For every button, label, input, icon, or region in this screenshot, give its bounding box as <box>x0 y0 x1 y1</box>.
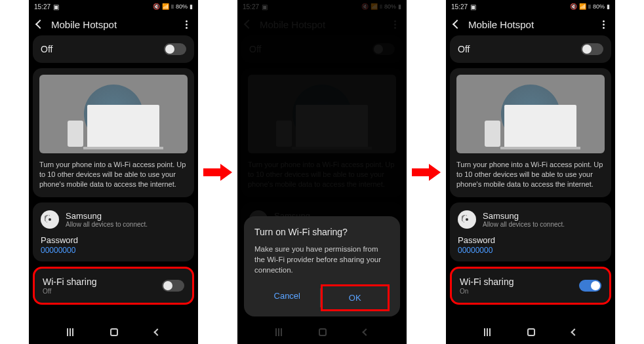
back-icon[interactable] <box>35 20 45 29</box>
nav-home-icon[interactable] <box>110 328 118 336</box>
wifi-sharing-toggle[interactable] <box>579 280 601 292</box>
wifi-sharing-toggle[interactable] <box>162 280 184 292</box>
battery-icon: ▮ <box>190 3 193 10</box>
password-label: Password <box>41 235 186 245</box>
header: Mobile Hotspot <box>29 13 198 35</box>
hotspot-toggle[interactable] <box>164 43 186 55</box>
back-icon[interactable] <box>453 20 462 29</box>
wifi-sharing-state: On <box>460 288 513 295</box>
phone-screenshot-2: 15:27 ▣ 🔇 📶 ⫴ 80% ▮ Mobile Hotspot Off T… <box>237 0 407 344</box>
step-arrow-2 <box>412 164 441 181</box>
phone-screenshot-1: 15:27 ▣ 🔇 📶 ⫴ 80% ▮ Mobile Hotspot Off T… <box>29 0 198 344</box>
dialog-body: Make sure you have permission from the W… <box>254 244 390 275</box>
status-bar: 15:27 ▣ 🔇 📶 ⫴ 80% ▮ <box>29 0 198 13</box>
page-title: Mobile Hotspot <box>468 19 592 30</box>
hotspot-toggle[interactable] <box>581 43 603 55</box>
wifi-sharing-row[interactable]: Wi-Fi sharing On <box>450 267 611 305</box>
more-icon[interactable] <box>183 18 190 31</box>
wifi-sharing-state: Off <box>43 288 96 295</box>
network-card[interactable]: Samsung Allow all devices to connect. Pa… <box>450 202 611 261</box>
status-bar: 15:27 ▣ 🔇 📶 ⫴ 80% ▮ <box>446 0 615 13</box>
step-arrow-1 <box>203 164 232 181</box>
password-label: Password <box>458 235 603 245</box>
password-value[interactable]: 00000000 <box>458 246 603 255</box>
confirm-dialog: Turn on Wi-Fi sharing? Make sure you hav… <box>244 216 400 316</box>
nav-recent-icon[interactable] <box>484 328 491 336</box>
network-sub: Allow all devices to connect. <box>66 221 148 228</box>
hero-illustration <box>39 75 188 153</box>
dialog-title: Turn on Wi-Fi sharing? <box>254 227 390 237</box>
nav-bar <box>29 320 198 344</box>
hero-description: Turn your phone into a Wi-Fi access poin… <box>39 160 188 189</box>
status-time: 15:27 <box>451 3 468 10</box>
ok-button[interactable]: OK <box>321 284 390 311</box>
nav-back-icon[interactable] <box>571 328 578 335</box>
signal-icon: ⫴ <box>588 3 591 10</box>
phone-screenshot-3: 15:27 ▣ 🔇 📶 ⫴ 80% ▮ Mobile Hotspot Off T… <box>446 0 615 344</box>
hero-card: Turn your phone into a Wi-Fi access poin… <box>450 68 611 197</box>
svg-point-0 <box>49 218 51 221</box>
screenshot-icon: ▣ <box>53 3 59 10</box>
nav-home-icon[interactable] <box>527 328 535 336</box>
hotspot-state-label: Off <box>41 44 52 54</box>
signal-icon: ⫴ <box>171 3 174 10</box>
hotspot-master-toggle-row[interactable]: Off <box>33 35 194 63</box>
nav-back-icon[interactable] <box>153 328 161 335</box>
status-time: 15:27 <box>34 3 50 10</box>
cancel-button[interactable]: Cancel <box>254 284 320 311</box>
screenshot-icon: ▣ <box>470 3 476 10</box>
battery-pct: 80% <box>176 3 188 10</box>
wifi-sharing-label: Wi-Fi sharing <box>460 277 513 287</box>
hero-description: Turn your phone into a Wi-Fi access poin… <box>456 160 605 189</box>
more-icon[interactable] <box>600 18 607 31</box>
hero-illustration <box>456 75 605 153</box>
wifi-icon: 📶 <box>579 3 586 10</box>
mute-icon: 🔇 <box>570 3 577 10</box>
battery-icon: ▮ <box>607 3 610 10</box>
mute-icon: 🔇 <box>153 3 160 10</box>
nav-bar <box>446 320 615 344</box>
network-name: Samsung <box>66 211 148 221</box>
nav-recent-icon[interactable] <box>67 328 73 336</box>
hero-card: Turn your phone into a Wi-Fi access poin… <box>33 68 194 197</box>
hotspot-icon <box>458 210 476 229</box>
svg-point-2 <box>466 218 468 221</box>
hotspot-state-label: Off <box>458 44 470 54</box>
wifi-sharing-row[interactable]: Wi-Fi sharing Off <box>33 267 194 305</box>
wifi-sharing-label: Wi-Fi sharing <box>43 277 96 287</box>
page-title: Mobile Hotspot <box>51 19 175 30</box>
header: Mobile Hotspot <box>446 13 615 35</box>
wifi-icon: 📶 <box>162 3 169 10</box>
password-value[interactable]: 00000000 <box>41 246 186 255</box>
hotspot-master-toggle-row[interactable]: Off <box>450 35 611 63</box>
battery-pct: 80% <box>593 3 605 10</box>
network-card[interactable]: Samsung Allow all devices to connect. Pa… <box>33 202 194 261</box>
network-sub: Allow all devices to connect. <box>483 221 565 228</box>
network-name: Samsung <box>483 211 565 221</box>
hotspot-icon <box>41 210 59 229</box>
